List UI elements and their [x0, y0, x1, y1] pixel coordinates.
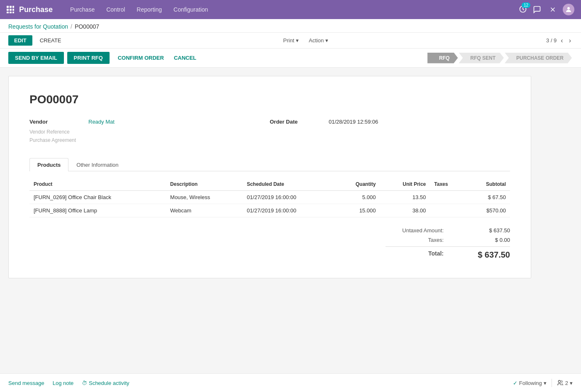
totals-table: Untaxed Amount: $ 637.50 Taxes: $ 0.00 T…: [386, 226, 510, 261]
col-quantity: Quantity: [334, 178, 380, 191]
order-date-value: 01/28/2019 12:59:06: [329, 119, 378, 125]
document-tabs: Products Other Information: [29, 158, 510, 171]
untaxed-label: Untaxed Amount:: [386, 227, 444, 234]
print-label: Print: [283, 37, 294, 44]
cell-product: [FURN_8888] Office Lamp: [29, 204, 166, 217]
left-fields: Vendor Ready Mat Vendor Reference Purcha…: [29, 119, 270, 146]
cell-taxes: [430, 191, 465, 204]
order-date-label: Order Date: [270, 119, 324, 125]
svg-rect-5: [12, 9, 14, 11]
total-label: Total:: [386, 250, 444, 260]
nav-right-icons: 12: [519, 4, 574, 15]
chat-icon[interactable]: [531, 4, 543, 15]
cell-unit-price: 13.50: [380, 191, 430, 204]
cell-quantity: 5.000: [334, 191, 380, 204]
status-rfq[interactable]: RFQ: [427, 53, 458, 63]
toolbar-center: Print ▾ Action ▾: [68, 35, 543, 46]
tab-products[interactable]: Products: [29, 158, 68, 171]
vendor-row: Vendor Ready Mat: [29, 119, 270, 125]
svg-rect-2: [12, 6, 14, 8]
col-product: Product: [29, 178, 166, 191]
cell-unit-price: 38.00: [380, 204, 430, 217]
nav-configuration[interactable]: Configuration: [168, 0, 214, 19]
svg-rect-0: [7, 6, 9, 8]
svg-rect-1: [10, 6, 12, 8]
action-label: Action: [309, 37, 324, 44]
purchase-agreement-label: Purchase Agreement: [29, 137, 270, 143]
order-date-row: Order Date 01/28/2019 12:59:06: [270, 119, 510, 125]
svg-rect-8: [12, 12, 14, 13]
activity-badge: 12: [522, 2, 530, 8]
products-table: Product Description Scheduled Date Quant…: [29, 178, 510, 217]
untaxed-row: Untaxed Amount: $ 637.50: [386, 226, 510, 235]
print-rfq-button[interactable]: PRINT RFQ: [67, 52, 110, 64]
action-chevron-icon: ▾: [325, 37, 328, 44]
record-toolbar: EDIT CREATE Print ▾ Action ▾ 3 / 9 ‹ ›: [0, 33, 581, 49]
taxes-row: Taxes: $ 0.00: [386, 235, 510, 245]
next-record-button[interactable]: ›: [567, 36, 573, 45]
status-purchase-order[interactable]: PURCHASE ORDER: [505, 53, 572, 63]
confirm-order-button[interactable]: CONFIRM ORDER: [113, 52, 169, 64]
app-title: Purchase: [19, 5, 53, 14]
nav-links: Purchase Control Reporting Configuration: [64, 0, 519, 19]
cancel-button[interactable]: CANCEL: [169, 52, 201, 64]
cell-description: Mouse, Wireless: [166, 191, 243, 204]
table-row[interactable]: [FURN_8888] Office Lamp Webcam 01/27/201…: [29, 204, 510, 217]
pagination: 3 / 9 ‹ ›: [546, 36, 573, 45]
col-subtotal: Subtotal: [465, 178, 510, 191]
cell-subtotal: $570.00: [465, 204, 510, 217]
breadcrumb-parent[interactable]: Requests for Quotation: [8, 23, 68, 30]
tab-other-info[interactable]: Other Information: [68, 158, 126, 171]
print-chevron-icon: ▾: [296, 37, 299, 44]
cell-subtotal: $ 67.50: [465, 191, 510, 204]
nav-control[interactable]: Control: [100, 0, 131, 19]
cell-description: Webcam: [166, 204, 243, 217]
taxes-label: Taxes:: [386, 237, 444, 243]
breadcrumb: Requests for Quotation / PO00007: [0, 19, 581, 33]
col-description: Description: [166, 178, 243, 191]
breadcrumb-separator: /: [71, 23, 72, 30]
svg-point-12: [567, 7, 570, 10]
top-navigation: Purchase Purchase Control Reporting Conf…: [0, 0, 581, 19]
svg-rect-6: [7, 12, 9, 13]
prev-record-button[interactable]: ‹: [559, 36, 564, 45]
breadcrumb-current: PO00007: [75, 23, 99, 30]
activity-icon[interactable]: 12: [519, 5, 527, 15]
svg-rect-4: [10, 9, 12, 11]
document-card: PO00007 Vendor Ready Mat Vendor Referenc…: [8, 76, 531, 278]
nav-purchase[interactable]: Purchase: [64, 0, 100, 19]
main-content: PO00007 Vendor Ready Mat Vendor Referenc…: [0, 68, 581, 287]
table-row[interactable]: [FURN_0269] Office Chair Black Mouse, Wi…: [29, 191, 510, 204]
status-rfq-sent[interactable]: RFQ SENT: [459, 53, 504, 63]
document-fields: Vendor Ready Mat Vendor Reference Purcha…: [29, 119, 510, 146]
edit-button[interactable]: EDIT: [8, 35, 32, 46]
send-by-email-button[interactable]: SEND BY EMAIL: [8, 52, 64, 64]
vendor-value[interactable]: Ready Mat: [88, 119, 115, 125]
user-avatar[interactable]: [563, 4, 574, 15]
cell-taxes: [430, 204, 465, 217]
action-bar: SEND BY EMAIL PRINT RFQ CONFIRM ORDER CA…: [0, 49, 581, 68]
create-button[interactable]: CREATE: [36, 35, 66, 46]
svg-rect-3: [7, 9, 9, 11]
status-pipeline: RFQ RFQ SENT PURCHASE ORDER: [427, 53, 573, 63]
col-scheduled-date: Scheduled Date: [243, 178, 335, 191]
table-header-row: Product Description Scheduled Date Quant…: [29, 178, 510, 191]
action-button[interactable]: Action ▾: [305, 35, 332, 46]
close-icon[interactable]: [547, 4, 559, 15]
total-row: Total: $ 637.50: [386, 246, 510, 261]
col-taxes: Taxes: [430, 178, 465, 191]
svg-rect-7: [10, 12, 12, 13]
col-unit-price: Unit Price: [380, 178, 430, 191]
print-button[interactable]: Print ▾: [279, 35, 303, 46]
pagination-text: 3 / 9: [546, 37, 557, 44]
cell-product: [FURN_0269] Office Chair Black: [29, 191, 166, 204]
document-number: PO00007: [29, 93, 510, 106]
app-grid-icon[interactable]: [7, 6, 14, 13]
nav-reporting[interactable]: Reporting: [131, 0, 168, 19]
cell-quantity: 15.000: [334, 204, 380, 217]
total-value: $ 637.50: [469, 250, 510, 260]
totals-section: Untaxed Amount: $ 637.50 Taxes: $ 0.00 T…: [29, 226, 510, 261]
taxes-value: $ 0.00: [469, 237, 510, 243]
untaxed-value: $ 637.50: [469, 227, 510, 234]
vendor-label: Vendor: [29, 119, 83, 125]
